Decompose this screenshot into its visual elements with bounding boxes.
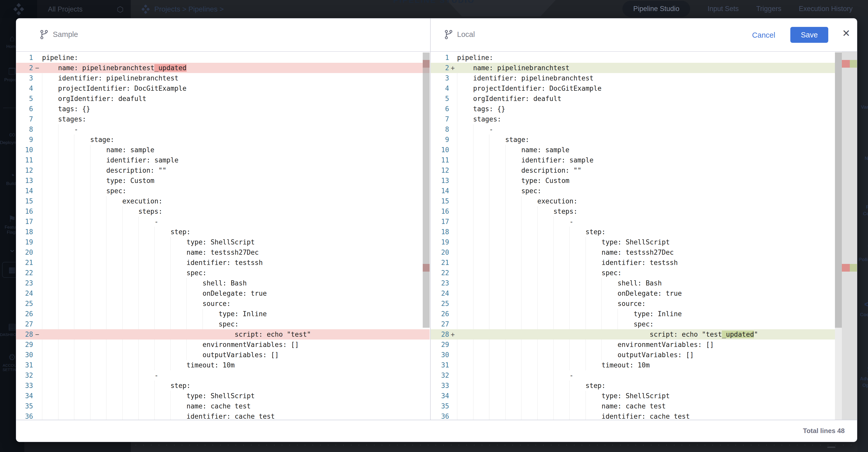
- diff-line: 16steps:: [16, 206, 430, 217]
- diff-pane-modified[interactable]: 1pipeline:2+name: pipelinebranchtest3ide…: [431, 52, 842, 420]
- policy-sets-icon: ⛨: [858, 244, 868, 254]
- diff-line: 5orgIdentifier: deafult: [431, 94, 842, 104]
- right-rail-item-label: Codebase: [858, 311, 868, 318]
- diff-line: 28−script: echo "test": [16, 329, 430, 340]
- overview-ruler-removed-mark: [842, 264, 850, 271]
- tab-input-sets[interactable]: Input Sets: [708, 5, 739, 13]
- diff-line: 28+script: echo "test_updated": [431, 329, 842, 340]
- right-pane-title: Local: [457, 30, 475, 39]
- right-rail-item-flow-control[interactable]: ⇅Flow Control: [858, 191, 868, 217]
- right-tool-rail: ΣVariables➤Notify⇅Flow Control⛨Policy Se…: [858, 16, 868, 452]
- diff-line: 18step:: [431, 227, 842, 237]
- project-selector-label: All Projects: [48, 5, 83, 13]
- right-rail-item-label: Flow Control: [858, 204, 868, 217]
- save-button[interactable]: Save: [790, 27, 828, 43]
- close-icon[interactable]: ✕: [839, 26, 854, 40]
- diff-line: 14spec:: [431, 186, 842, 196]
- harness-mini-icon: [141, 4, 151, 14]
- git-branch-icon: [443, 29, 454, 41]
- diff-line: 13type: Custom: [431, 175, 842, 186]
- diff-line: 20name: testssh27Dec: [16, 247, 430, 258]
- diff-line: 22spec:: [431, 268, 842, 278]
- diff-line: 36identifier: cache_test: [16, 411, 430, 420]
- diff-line: 23shell: Bash: [431, 278, 842, 288]
- diff-line: 7stages:: [431, 114, 842, 124]
- diff-line: 6tags: {}: [431, 104, 842, 114]
- left-scrollbar-thumb[interactable]: [423, 53, 430, 328]
- diff-lines-modified: 1pipeline:2+name: pipelinebranchtest3ide…: [431, 53, 842, 420]
- diff-pane-original[interactable]: 1pipeline:2−name: pipelinebranchtest_upd…: [16, 52, 430, 420]
- diff-line: 6tags: {}: [16, 104, 430, 114]
- studio-tabs: Pipeline StudioInput SetsTriggersExecuti…: [622, 1, 852, 17]
- diff-line: 11identifier: sample: [16, 155, 430, 165]
- diff-line: 3identifier: pipelinebranchtest: [16, 73, 430, 83]
- diff-line: 8-: [16, 124, 430, 134]
- diff-line: 15execution:: [431, 196, 842, 206]
- top-nav-bar: All Projects ⬡ Projects > Pipelines > PI…: [0, 0, 868, 19]
- diff-line: 11identifier: sample: [431, 155, 842, 165]
- diff-line: 5orgIdentifier: deafult: [16, 94, 430, 104]
- diff-line: 35name: cache test: [431, 401, 842, 411]
- diff-line: 14spec:: [16, 186, 430, 196]
- diff-line: 34type: ShellScript: [16, 391, 430, 401]
- overview-ruler-added-mark: [850, 264, 857, 271]
- diff-line: 23shell: Bash: [16, 278, 430, 288]
- diff-line: 10name: sample: [16, 145, 430, 155]
- diff-line: 17-: [431, 217, 842, 227]
- diff-line: 4projectIdentifier: DocGitExample: [431, 83, 842, 94]
- right-rail-item-notify[interactable]: ➤Notify: [858, 143, 868, 162]
- diff-line: 12description: "": [16, 165, 430, 175]
- tab-triggers[interactable]: Triggers: [756, 5, 781, 13]
- git-branch-icon: [39, 29, 50, 41]
- diff-line: 7stages:: [16, 114, 430, 124]
- pane-divider: [430, 19, 431, 420]
- diff-line: 32-: [16, 370, 430, 381]
- right-rail-item-label: Notify: [858, 155, 868, 162]
- breadcrumb-text: Projects > Pipelines >: [154, 5, 224, 13]
- right-rail-item-advanced-options[interactable]: ⚏Advanced Options: [858, 363, 868, 388]
- right-scrollbar-thumb[interactable]: [835, 53, 842, 328]
- diff-line: 9stage:: [431, 134, 842, 145]
- diff-line: 31timeout: 10m: [431, 360, 842, 370]
- dialog-footer: Total lines 48: [16, 420, 857, 442]
- diff-line: 30outputVariables: []: [16, 350, 430, 360]
- tab-execution-history[interactable]: Execution History: [799, 5, 852, 13]
- tab-pipeline-studio[interactable]: Pipeline Studio: [622, 1, 690, 17]
- diff-line: 9stage:: [16, 134, 430, 145]
- diff-line: 24onDelegate: true: [16, 288, 430, 298]
- right-rail-item-policy-sets[interactable]: ⛨Policy Sets: [858, 244, 868, 263]
- diff-line: 24onDelegate: true: [431, 288, 842, 298]
- diff-line: 17-: [16, 217, 430, 227]
- diff-line: 2−name: pipelinebranchtest_updated: [16, 63, 430, 73]
- flow-control-icon: ⇅: [858, 191, 868, 202]
- diff-line: 22spec:: [16, 268, 430, 278]
- diff-line: 20name: testssh27Dec: [431, 247, 842, 258]
- yaml-diff-dialog: Sample Local Cancel Save ✕ 1pipeline:2−n…: [16, 18, 857, 442]
- diff-line: 18step:: [16, 227, 430, 237]
- diff-line: 26type: Inline: [16, 309, 430, 319]
- overview-ruler: [842, 52, 857, 420]
- codebase-icon: </>: [858, 299, 868, 309]
- diff-line: 36identifier: cache_test: [431, 411, 842, 420]
- diff-line: 4projectIdentifier: DocGitExample: [16, 83, 430, 94]
- diff-line: 25source:: [431, 298, 842, 309]
- advanced-options-icon: ⚏: [858, 363, 868, 373]
- right-rail-item-variables[interactable]: ΣVariables: [858, 92, 868, 110]
- diff-line: 10name: sample: [431, 145, 842, 155]
- diff-line: 21identifier: testssh: [16, 258, 430, 268]
- diff-line: 1pipeline:: [16, 53, 430, 63]
- right-rail-item-label: Policy Sets: [858, 256, 868, 263]
- right-rail-item-codebase[interactable]: </>Codebase: [858, 299, 868, 318]
- diff-line: 1pipeline:: [431, 53, 842, 63]
- cancel-button[interactable]: Cancel: [748, 29, 779, 41]
- diff-lines-original: 1pipeline:2−name: pipelinebranchtest_upd…: [16, 53, 430, 420]
- diff-line: 15execution:: [16, 196, 430, 206]
- right-rail-item-label: Advanced Options: [858, 376, 868, 388]
- diff-line: 19type: ShellScript: [431, 237, 842, 247]
- diff-line: 32-: [431, 370, 842, 381]
- module-cube-icon: ⬡: [117, 5, 124, 14]
- diff-line: 29environmentVariables: []: [16, 340, 430, 350]
- diff-line: 25source:: [16, 298, 430, 309]
- diff-line: 35name: cache test: [16, 401, 430, 411]
- canvas-zoom-handle: [827, 447, 835, 448]
